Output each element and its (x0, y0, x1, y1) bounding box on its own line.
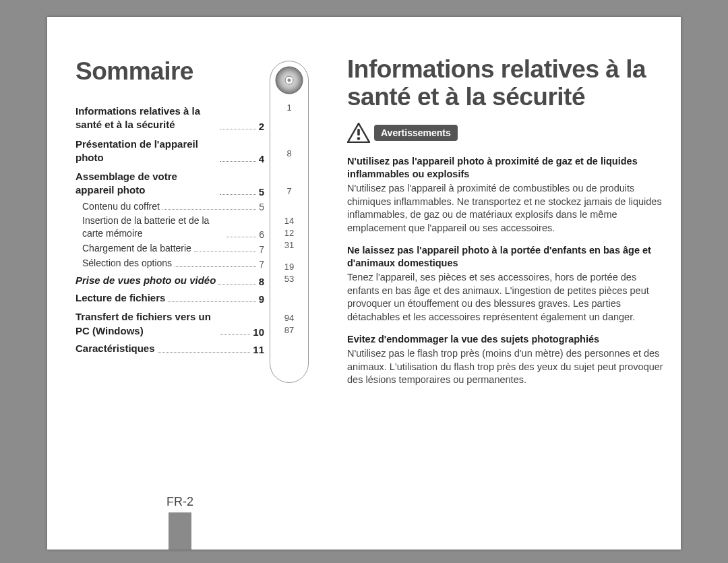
cd-icon (274, 65, 304, 95)
toc-page-number: 5 (259, 202, 264, 212)
toc-page-number: 8 (259, 276, 264, 287)
toc-leader-dots (162, 209, 256, 210)
warning-icon (347, 123, 370, 143)
cd-ref-number: 12 (270, 227, 308, 239)
page-tab-marker (169, 512, 191, 550)
cd-ref-number: 8 (270, 148, 308, 160)
svg-point-2 (288, 79, 291, 82)
section-body: Tenez l'appareil, ses pièces et ses acce… (347, 271, 664, 324)
toc-title: Sommaire (75, 57, 264, 86)
toc-entry: Transfert de fichiers vers un PC (Window… (75, 310, 264, 338)
section-heading: N'utilisez pas l'appareil photo à proxim… (347, 155, 664, 181)
toc-page-number: 5 (259, 186, 264, 198)
cd-ref-number: 1 (270, 102, 308, 114)
toc-leader-dots (175, 266, 256, 267)
toc-entry: Informations relatives à la santé et à l… (75, 105, 264, 132)
section-body: N'utilisez pas l'appareil à proximité de… (347, 182, 664, 235)
toc-label: Transfert de fichiers vers un PC (Window… (75, 310, 217, 338)
cd-ref-number: 53 (270, 273, 308, 285)
toc-page-number: 11 (253, 344, 264, 355)
cd-ref-number (270, 285, 308, 291)
section-heading: Evitez d'endommager la vue des sujets ph… (347, 333, 664, 346)
cd-ref-number: 14 (270, 215, 308, 227)
toc-leader-dots (226, 237, 256, 237)
toc-label: Insertion de la batterie et de la carte … (82, 214, 224, 240)
toc-entry: Contenu du coffret5 (75, 200, 264, 213)
cd-ref-number: 94 (270, 312, 308, 324)
toc-entry: Lecture de fichiers9 (75, 291, 264, 305)
toc-label: Chargement de la batterie (82, 242, 191, 255)
cd-ref-number: 7 (270, 185, 308, 198)
toc-entry: Chargement de la batterie7 (75, 242, 264, 255)
right-column: Informations relatives à la santé et à l… (347, 56, 664, 396)
left-column: Sommaire Informations relatives à la san… (75, 57, 264, 359)
toc-leader-dots (194, 251, 256, 252)
toc-entry: Insertion de la batterie et de la carte … (75, 214, 264, 240)
toc-leader-dots (158, 352, 251, 353)
cd-ref-number: 31 (270, 239, 308, 251)
section-body: N'utilisez pas le flash trop près (moins… (347, 347, 664, 387)
toc-entry: Caractéristiques11 (75, 342, 264, 355)
document-page: Sommaire Informations relatives à la san… (47, 17, 681, 550)
toc-label: Prise de vues photo ou vidéo (75, 274, 216, 287)
cd-reference-pill: 18714123119539487 (270, 61, 309, 383)
toc-entry: Assemblage de votre appareil photo5 (75, 170, 264, 198)
toc-entry: Prise de vues photo ou vidéo8 (75, 274, 264, 287)
toc-page-number: 2 (259, 121, 264, 132)
section-heading: Ne laissez pas l'appareil photo à la por… (347, 244, 664, 270)
toc-label: Sélection des options (82, 257, 172, 270)
svg-rect-4 (357, 129, 360, 136)
cd-ref-number (270, 198, 308, 203)
safety-title: Informations relatives à la santé et à l… (347, 56, 664, 111)
cd-ref-number (270, 160, 308, 165)
cd-ref-number: 19 (270, 261, 308, 273)
toc-leader-dots (168, 301, 255, 302)
toc-page-number: 10 (253, 326, 264, 338)
toc-label: Contenu du coffret (82, 200, 160, 213)
toc-page-number: 4 (259, 153, 264, 165)
warning-badge-row: Avertissements (347, 123, 664, 143)
cd-ref-number: 87 (270, 324, 308, 336)
toc-list: Informations relatives à la santé et à l… (75, 105, 264, 355)
svg-point-5 (357, 138, 360, 140)
page-number: FR-2 (148, 495, 212, 509)
toc-entry: Sélection des options7 (75, 257, 264, 270)
toc-leader-dots (220, 129, 256, 129)
warning-label: Avertissements (374, 125, 458, 141)
toc-page-number: 6 (259, 229, 264, 240)
toc-entry: Présentation de l'appareil photo4 (75, 138, 264, 165)
toc-page-number: 7 (259, 244, 264, 255)
toc-label: Lecture de fichiers (75, 291, 165, 305)
toc-leader-dots (220, 334, 250, 335)
toc-leader-dots (218, 284, 255, 285)
toc-label: Assemblage de votre appareil photo (75, 170, 217, 198)
toc-leader-dots (220, 161, 256, 162)
toc-leader-dots (220, 194, 256, 195)
toc-label: Présentation de l'appareil photo (75, 138, 217, 165)
cd-page-numbers: 18714123119539487 (270, 102, 308, 336)
safety-sections: N'utilisez pas l'appareil photo à proxim… (347, 155, 664, 386)
toc-label: Caractéristiques (75, 342, 155, 355)
toc-label: Informations relatives à la santé et à l… (75, 105, 217, 132)
toc-page-number: 9 (259, 293, 264, 305)
toc-page-number: 7 (259, 259, 264, 270)
